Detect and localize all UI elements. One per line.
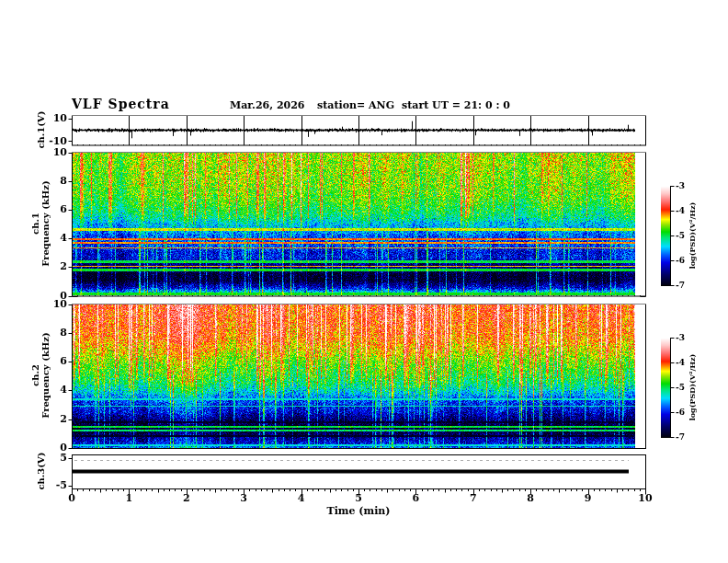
station-label: station= ANG [317,99,394,111]
spec1-ylabel-line2: Frequency (kHz) [40,180,51,266]
spec2-ylabel-line1: ch.2 [30,332,40,418]
x-tick-label: 9 [585,492,592,504]
plot-title: VLF Spectra [72,97,170,111]
x-tick-label: 3 [240,492,247,504]
colorbar2-tick-label: -5 [676,383,685,392]
time-axis-label: Time (min) [326,505,390,517]
colorbar1-tick-label: -5 [676,231,685,240]
ch1-waveform-canvas [73,116,645,144]
date-label: Mar.26, 2026 [230,99,305,111]
x-tick-label: 7 [470,492,477,504]
spec2-y-tick-label: 10 [43,298,67,310]
x-tick-label: 10 [638,492,652,504]
colorbar1-unit-label: log(PSD)(V²/Hz) [688,202,698,270]
start-ut-label: start UT = 21: 0 : 0 [402,99,510,111]
x-tick-label: 4 [298,492,305,504]
colorbar1-tick-label: -7 [676,281,685,290]
x-tick-label: 5 [355,492,362,504]
ch1-wave-ymax-label: 10 [43,112,67,124]
colorbar1-tick-label: -4 [676,206,685,215]
colorbar2-tick-label: -3 [676,333,685,342]
spec1-ylabel: ch.1 Frequency (kHz) [30,180,51,266]
spec2-y-tick-label: 8 [43,327,67,339]
x-tick-label: 2 [183,492,190,504]
colorbar2-tick-label: -6 [676,408,685,417]
ch3-ymin-label: -5 [43,479,67,491]
ch3-trace-canvas [73,455,645,488]
spec1-y-tick-label: 8 [43,175,67,187]
spec1-y-tick-label: 10 [43,146,67,158]
spec2-y-tick-label: 4 [43,384,67,396]
spec2-ylabel-line2: Frequency (kHz) [40,332,51,418]
x-tick-label: 0 [68,492,75,504]
x-tick-label: 8 [527,492,534,504]
spec1-y-tick-label: 2 [43,260,67,272]
colorbar1-canvas [661,186,670,285]
vlf-spectra-figure: VLF Spectra Mar.26, 2026 station= ANG st… [0,0,728,563]
colorbar1-tick-label: -3 [676,181,685,190]
colorbar2-canvas [661,338,670,437]
spec2-y-tick-label: 6 [43,355,67,367]
spec1-y-tick-label: 6 [43,203,67,215]
spec2-ylabel: ch.2 Frequency (kHz) [30,332,51,418]
spec1-y-tick-label: 4 [43,232,67,244]
ch2-spectrogram-canvas [73,304,645,448]
colorbar2-tick-label: -4 [676,358,685,367]
ch1-spectrogram-canvas [73,153,645,295]
spec2-y-tick-label: 0 [43,442,67,454]
x-tick-label: 1 [126,492,133,504]
spec2-y-tick-label: 2 [43,413,67,425]
colorbar2-tick-label: -7 [676,432,685,442]
spec1-ylabel-line1: ch.1 [30,180,40,266]
colorbar2-unit-label: log(PSD)(V²/Hz) [688,354,698,421]
x-tick-label: 6 [413,492,420,504]
colorbar1-tick-label: -6 [676,256,685,265]
